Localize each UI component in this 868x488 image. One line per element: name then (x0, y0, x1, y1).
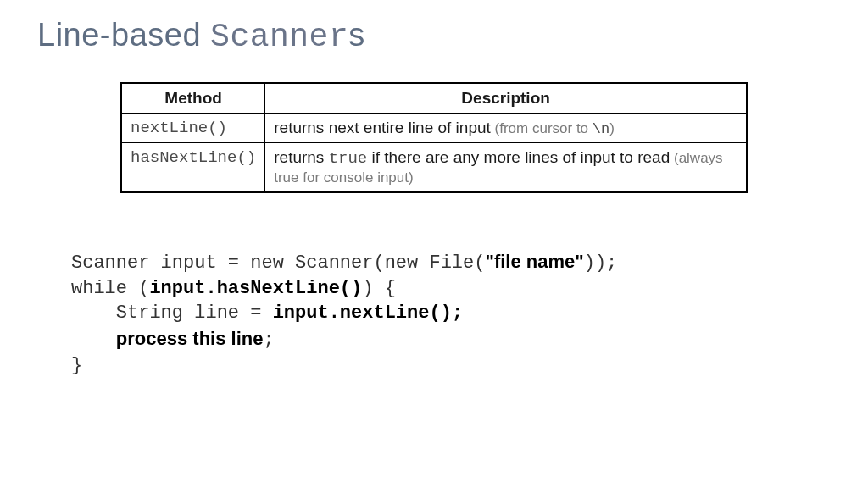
table-row: hasNextLine() returns true if there are … (121, 143, 747, 193)
desc-post: if there are any more lines of input to … (367, 148, 670, 166)
desc-main: returns next entire line of input (274, 119, 491, 136)
title-suffix: s (348, 17, 365, 53)
desc-mono: true (329, 149, 368, 168)
col-method: Method (121, 83, 265, 114)
table-row: nextLine() returns next entire line of i… (121, 114, 747, 143)
desc-note: (from cursor to \n) (491, 120, 615, 136)
desc-cell: returns next entire line of input (from … (265, 114, 747, 143)
table-wrap: Method Description nextLine() returns ne… (34, 82, 834, 193)
table-header-row: Method Description (121, 83, 747, 114)
desc-pre: returns (274, 148, 328, 166)
slide-title: Line-based Scanners (37, 17, 834, 55)
code-block: Scanner input = new Scanner(new File("fi… (71, 249, 834, 378)
method-cell: hasNextLine() (121, 143, 265, 193)
col-description: Description (265, 83, 747, 114)
methods-table: Method Description nextLine() returns ne… (120, 82, 748, 193)
slide: Line-based Scanners Method Description n… (0, 0, 868, 488)
title-prefix: Line-based (37, 17, 210, 53)
title-mono: Scanner (210, 19, 348, 55)
desc-cell: returns true if there are any more lines… (265, 143, 747, 193)
method-cell: nextLine() (121, 114, 265, 143)
